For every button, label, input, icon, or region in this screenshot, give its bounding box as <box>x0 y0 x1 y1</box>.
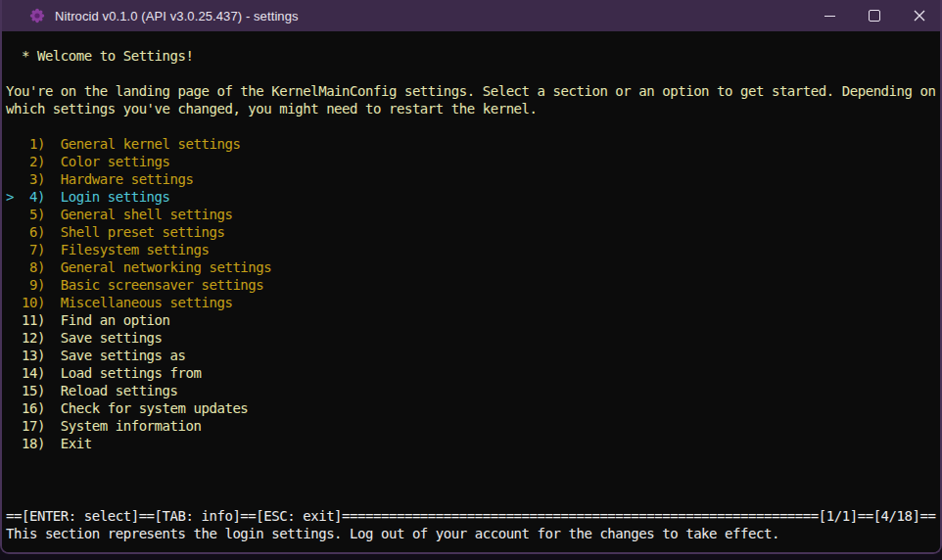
menu-item-3[interactable]: 3) Hardware settings <box>6 170 940 188</box>
menu-item-8[interactable]: 8) General networking settings <box>6 258 940 276</box>
menu-item-17[interactable]: 17) System information <box>6 417 940 435</box>
maximize-button[interactable] <box>852 0 897 31</box>
menu-item-15[interactable]: 15) Reload settings <box>6 382 940 399</box>
settings-menu: 1) General kernel settings 2) Color sett… <box>6 135 940 452</box>
menu-item-18[interactable]: 18) Exit <box>6 435 940 452</box>
minimize-icon <box>824 16 835 17</box>
title-bar[interactable]: Nitrocid v0.1.0 (API v3.0.25.437) - sett… <box>0 0 942 31</box>
status-bar: ==[ENTER: select]==[TAB: info]==[ESC: ex… <box>6 507 940 525</box>
app-window: Nitrocid v0.1.0 (API v3.0.25.437) - sett… <box>0 0 942 554</box>
welcome-heading: * Welcome to Settings! <box>6 47 940 65</box>
maximize-icon <box>869 10 880 22</box>
intro-line-1: You're on the landing page of the Kernel… <box>6 82 940 100</box>
close-icon <box>914 10 925 22</box>
menu-item-16[interactable]: 16) Check for system updates <box>6 399 940 417</box>
intro-line-2: which settings you've changed, you might… <box>6 100 940 117</box>
minimize-button[interactable] <box>807 0 852 31</box>
menu-item-10[interactable]: 10) Miscellaneous settings <box>6 294 940 311</box>
status-description: This section represents the login settin… <box>6 525 940 542</box>
close-button[interactable] <box>897 0 942 31</box>
menu-item-14[interactable]: 14) Load settings from <box>6 364 940 382</box>
menu-item-4-selected[interactable]: > 4) Login settings <box>6 188 940 206</box>
menu-item-5[interactable]: 5) General shell settings <box>6 206 940 223</box>
menu-item-6[interactable]: 6) Shell preset settings <box>6 223 940 241</box>
window-title: Nitrocid v0.1.0 (API v3.0.25.437) - sett… <box>55 9 299 23</box>
menu-item-13[interactable]: 13) Save settings as <box>6 347 940 364</box>
menu-item-2[interactable]: 2) Color settings <box>6 153 940 170</box>
menu-item-12[interactable]: 12) Save settings <box>6 329 940 347</box>
menu-item-11[interactable]: 11) Find an option <box>6 311 940 329</box>
terminal-screen[interactable]: * Welcome to Settings! You're on the lan… <box>2 31 940 552</box>
nitrocid-logo-icon <box>29 8 45 23</box>
blank-line <box>6 65 940 82</box>
menu-item-1[interactable]: 1) General kernel settings <box>6 135 940 153</box>
menu-item-9[interactable]: 9) Basic screensaver settings <box>6 276 940 294</box>
caption-buttons <box>807 0 942 31</box>
menu-item-7[interactable]: 7) Filesystem settings <box>6 241 940 258</box>
blank-line <box>6 117 940 135</box>
status-area: ==[ENTER: select]==[TAB: info]==[ESC: ex… <box>6 507 940 542</box>
